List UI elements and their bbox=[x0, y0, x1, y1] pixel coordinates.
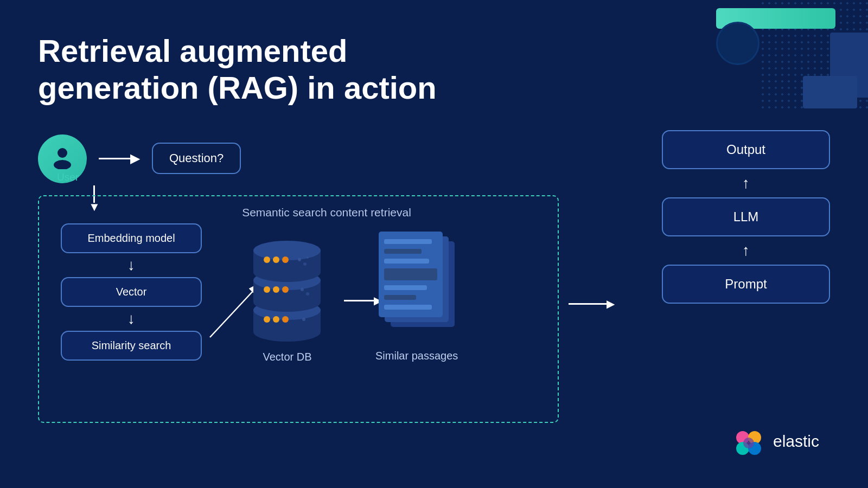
llm-to-output-arrow: ↑ bbox=[742, 176, 750, 191]
right-panel: Output ↑ LLM ↑ Prompt bbox=[662, 130, 830, 304]
prompt-to-llm-arrow: ↑ bbox=[742, 243, 750, 258]
svg-point-25 bbox=[301, 288, 304, 291]
svg-point-9 bbox=[282, 316, 289, 323]
elastic-logo: elastic bbox=[732, 425, 819, 458]
page-title: Retrieval augmented generation (RAG) in … bbox=[38, 33, 437, 107]
person-icon bbox=[50, 145, 74, 172]
svg-point-13 bbox=[264, 286, 270, 293]
svg-point-26 bbox=[306, 292, 309, 296]
svg-point-15 bbox=[282, 286, 289, 293]
output-box: Output bbox=[662, 130, 830, 169]
embedding-to-vector-arrow: ↓ bbox=[127, 258, 135, 273]
svg-point-22 bbox=[298, 258, 301, 261]
vector-db-icon bbox=[240, 232, 335, 345]
elastic-logo-icon bbox=[732, 425, 765, 458]
bg-circle-decoration bbox=[716, 22, 760, 65]
svg-point-0 bbox=[58, 148, 67, 158]
similarity-search-box: Similarity search bbox=[61, 331, 202, 361]
vector-to-similarity-arrow: ↓ bbox=[127, 311, 135, 326]
svg-point-19 bbox=[264, 256, 270, 263]
svg-point-24 bbox=[307, 256, 309, 259]
vector-box: Vector bbox=[61, 277, 202, 307]
svg-point-7 bbox=[264, 316, 270, 323]
elastic-text: elastic bbox=[773, 432, 819, 451]
svg-point-27 bbox=[302, 318, 305, 321]
prompt-box: Prompt bbox=[662, 265, 830, 304]
passages-area: Similar passages bbox=[375, 232, 458, 362]
vector-db-label: Vector DB bbox=[263, 351, 311, 363]
svg-point-32 bbox=[743, 438, 754, 448]
svg-point-20 bbox=[273, 256, 279, 263]
user-to-question-arrow: ▶ bbox=[99, 151, 140, 166]
bg-rect2-decoration bbox=[803, 76, 857, 108]
svg-point-8 bbox=[273, 316, 279, 323]
svg-point-21 bbox=[282, 256, 289, 263]
user-label: User bbox=[43, 171, 92, 183]
pipeline-column: Embedding model ↓ Vector ↓ Similarity se… bbox=[61, 223, 202, 361]
embedding-model-box: Embedding model bbox=[61, 223, 202, 253]
question-box: Question? bbox=[152, 143, 241, 174]
semantic-search-label: Semantic search content retrieval bbox=[224, 206, 430, 219]
svg-point-1 bbox=[54, 160, 71, 169]
svg-point-14 bbox=[273, 286, 279, 293]
svg-point-23 bbox=[303, 262, 307, 266]
passages-label: Similar passages bbox=[375, 350, 458, 362]
llm-box: LLM bbox=[662, 197, 830, 236]
passages-to-prompt-arrow: ▶ bbox=[569, 297, 615, 310]
vector-db-area: Vector DB bbox=[240, 232, 335, 363]
passages-stack bbox=[379, 232, 455, 340]
dashed-rag-container: Semantic search content retrieval Embedd… bbox=[38, 195, 559, 423]
